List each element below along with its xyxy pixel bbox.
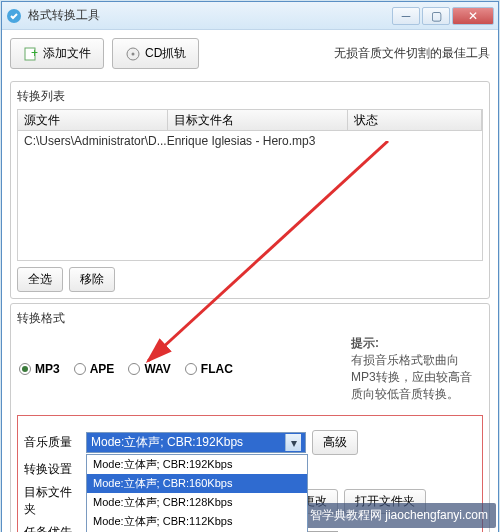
- convert-list-panel: 转换列表 源文件 目标文件名 状态 C:\Users\Administrator…: [10, 81, 490, 299]
- radio-mp3[interactable]: MP3: [19, 362, 60, 376]
- add-file-label: 添加文件: [43, 45, 91, 62]
- app-icon: [6, 8, 22, 24]
- add-file-button[interactable]: + 添加文件: [10, 38, 104, 69]
- target-folder-label: 目标文件夹: [24, 484, 80, 518]
- quality-option[interactable]: Mode:立体声; CBR:128Kbps: [87, 493, 307, 512]
- quality-dropdown[interactable]: Mode:立体声; CBR:192Kbps Mode:立体声; CBR:160K…: [86, 454, 308, 532]
- convert-setting-label: 转换设置: [24, 461, 80, 478]
- radio-ape[interactable]: APE: [74, 362, 115, 376]
- col-status[interactable]: 状态: [348, 110, 482, 130]
- cd-rip-label: CD抓轨: [145, 45, 186, 62]
- add-file-icon: +: [23, 46, 39, 62]
- quality-combo[interactable]: Mode:立体声; CBR:192Kbps ▾ Mode:立体声; CBR:19…: [86, 432, 306, 453]
- quality-option[interactable]: Mode:立体声; CBR:112Kbps: [87, 512, 307, 531]
- tagline-text: 无损音质文件切割的最佳工具: [334, 45, 490, 62]
- quality-option[interactable]: Mode:立体声; CBR:160Kbps: [87, 474, 307, 493]
- quality-label: 音乐质量: [24, 434, 80, 451]
- convert-format-panel: 转换格式 MP3 APE WAV FLAC 提示:有损音乐格式歌曲向MP3转换，…: [10, 303, 490, 532]
- maximize-button[interactable]: ▢: [422, 7, 450, 25]
- table-body[interactable]: C:\Users\Administrator\D...Enrique Igles…: [17, 131, 483, 261]
- window-title: 格式转换工具: [28, 7, 392, 24]
- tip-text: 提示:有损音乐格式歌曲向MP3转换，应由较高音质向较低音质转换。: [351, 335, 481, 403]
- cd-rip-button[interactable]: CD抓轨: [112, 38, 199, 69]
- select-all-button[interactable]: 全选: [17, 267, 63, 292]
- svg-text:+: +: [31, 46, 38, 60]
- quality-option[interactable]: Mode:立体声; CBR:192Kbps: [87, 455, 307, 474]
- title-bar: 格式转换工具 ─ ▢ ✕: [2, 2, 498, 30]
- table-row[interactable]: C:\Users\Administrator\D...Enrique Igles…: [24, 134, 476, 148]
- quality-value: Mode:立体声; CBR:192Kbps: [91, 434, 243, 451]
- col-target[interactable]: 目标文件名: [168, 110, 348, 130]
- remove-button[interactable]: 移除: [69, 267, 115, 292]
- convert-format-title: 转换格式: [17, 310, 483, 327]
- minimize-button[interactable]: ─: [392, 7, 420, 25]
- col-source[interactable]: 源文件: [18, 110, 168, 130]
- advanced-button[interactable]: 高级: [312, 430, 358, 455]
- close-button[interactable]: ✕: [452, 7, 494, 25]
- table-header: 源文件 目标文件名 状态: [17, 109, 483, 131]
- priority-label: 任务优先级: [24, 524, 80, 532]
- chevron-down-icon: ▾: [285, 434, 301, 451]
- radio-flac[interactable]: FLAC: [185, 362, 233, 376]
- svg-point-4: [132, 52, 135, 55]
- cd-icon: [125, 46, 141, 62]
- radio-wav[interactable]: WAV: [128, 362, 170, 376]
- watermark-text: 智学典教程网 jiaochengfanyi.com: [302, 503, 496, 528]
- convert-list-title: 转换列表: [17, 88, 483, 105]
